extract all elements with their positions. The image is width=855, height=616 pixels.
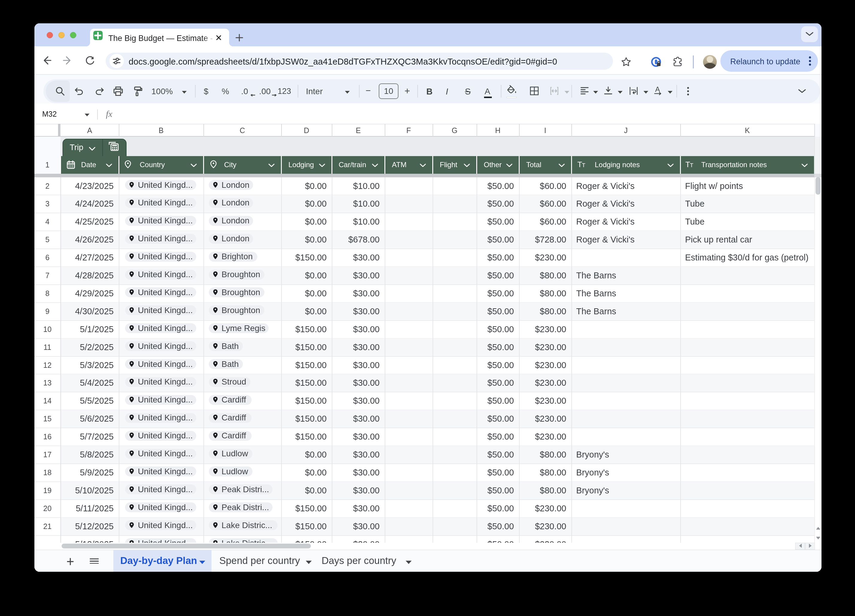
svg-text:T: T [578,161,582,169]
svg-text:T: T [582,162,585,168]
svg-text:T: T [685,161,690,169]
svg-text:T: T [690,162,693,168]
